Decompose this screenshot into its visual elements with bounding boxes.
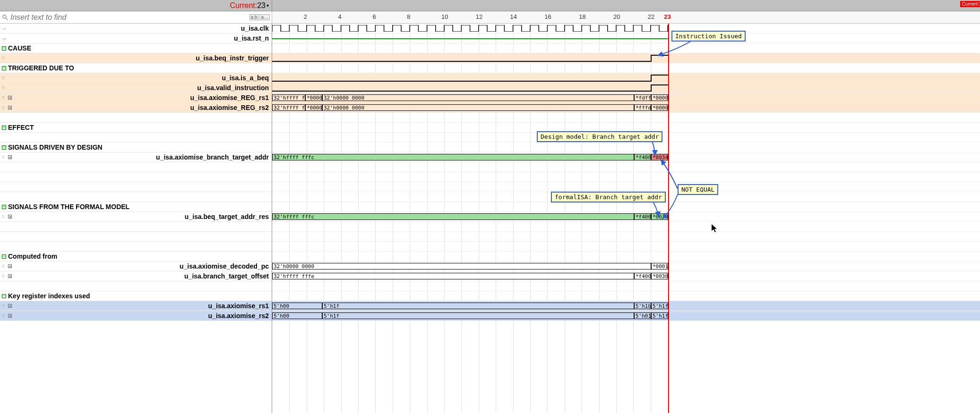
signal-name[interactable]: u_isa.valid_instruction (16, 84, 272, 92)
goto-driver-icon: → (2, 36, 7, 41)
wave-row[interactable] (272, 63, 980, 73)
signal-name[interactable]: u_isa.is_a_beq (16, 74, 272, 82)
spacer-row (0, 192, 272, 202)
bus-value: *0001 (651, 263, 668, 270)
expand-bus-icon[interactable] (8, 264, 12, 268)
signal-group-row[interactable]: Computed from (0, 252, 272, 261)
annotation-design-model: Design model: Branch target addr (537, 131, 662, 142)
current-time-display[interactable]: Current: 23 ▾ (0, 0, 272, 11)
waveform-column[interactable]: 32'hffff_ffff*000032'h0000_0000*fdff*000… (272, 24, 980, 413)
signal-row[interactable]: ⎍u_isa.beq_instr_trigger (0, 53, 272, 63)
wave-row[interactable] (272, 83, 980, 93)
signal-group-row[interactable]: TRIGGERED DUE TO (0, 63, 272, 73)
wave-row[interactable] (272, 242, 980, 252)
wave-row[interactable]: 32'h0000_0000*0001 (272, 261, 980, 271)
collapse-group-icon[interactable] (2, 46, 6, 51)
bus-value: *0000 (305, 104, 322, 111)
signal-name[interactable]: u_isa.axiomise_REG_rs1 (16, 94, 272, 101)
spacer-row (0, 172, 272, 182)
expand-bus-icon[interactable] (8, 155, 12, 159)
wave-row[interactable]: 32'hffff_fffc*f400*0034 (272, 152, 980, 162)
bus-value: *f400 (634, 213, 651, 220)
wave-row[interactable] (272, 281, 980, 291)
wave-row[interactable]: 32'hffff_ffff*000032'h0000_0000*fdff*000… (272, 93, 980, 103)
signal-name[interactable]: u_isa.axiomise_rs2 (16, 312, 272, 320)
signal-row[interactable]: ⎍u_isa.axiomise_REG_rs1 (0, 93, 272, 103)
signal-name[interactable]: u_isa.axiomise_rs1 (16, 302, 272, 310)
wave-row[interactable] (272, 73, 980, 83)
wave-row[interactable] (272, 222, 980, 232)
search-input[interactable] (10, 13, 248, 22)
signal-name[interactable]: u_isa.axiomise_REG_rs2 (16, 104, 272, 111)
signal-row[interactable]: ⎍u_isa.axiomise_branch_target_addr (0, 152, 272, 162)
collapse-group-icon[interactable] (2, 205, 6, 209)
wave-row[interactable] (272, 202, 980, 212)
expand-bus-icon[interactable] (8, 106, 12, 110)
cursor-line[interactable] (668, 24, 669, 413)
expand-bus-icon[interactable] (8, 314, 12, 318)
wave-row[interactable] (272, 172, 980, 182)
chevron-down-icon[interactable]: ▾ (266, 3, 269, 8)
signal-name[interactable]: u_isa.axiomise_decoded_pc (16, 262, 272, 270)
current-cursor-flag[interactable]: Current:23 (960, 1, 980, 7)
signal-name[interactable]: u_isa.beq_target_addr_res (16, 213, 272, 220)
wave-row[interactable] (272, 182, 980, 192)
wave-row[interactable] (272, 24, 980, 34)
collapse-group-icon[interactable] (2, 294, 6, 298)
collapse-group-icon[interactable] (2, 66, 6, 70)
wave-row[interactable]: 5'h005'h1f5'h015'h1f (272, 311, 980, 321)
signal-group-row[interactable]: SIGNALS FROM THE FORMAL MODEL (0, 202, 272, 212)
bus-value: 32'hffff_fffc (272, 213, 634, 220)
search-opt-regex[interactable]: a.b (249, 14, 259, 20)
expand-bus-icon[interactable] (8, 274, 12, 278)
signal-row[interactable]: ⎍u_isa.is_a_beq (0, 73, 272, 83)
signal-name[interactable]: u_isa.beq_instr_trigger (16, 54, 272, 62)
signal-row[interactable]: ⎍u_isa.valid_instruction (0, 83, 272, 93)
wave-row[interactable] (272, 53, 980, 63)
signal-row[interactable]: ⎍u_isa.axiomise_decoded_pc (0, 261, 272, 271)
wave-row[interactable] (272, 143, 980, 152)
signal-name[interactable]: u_isa.axiomise_branch_target_addr (16, 153, 272, 161)
ruler-tick: 8 (407, 13, 410, 20)
signal-row[interactable]: ⎍u_isa.axiomise_rs1 (0, 301, 272, 311)
wave-row[interactable] (272, 252, 980, 261)
signal-group-row[interactable]: EFFECT (0, 123, 272, 133)
search-opt-wildcard[interactable]: a… (259, 14, 270, 20)
signal-group-row[interactable]: CAUSE (0, 43, 272, 53)
annotation-instruction-issued: Instruction Issued (671, 31, 746, 42)
signal-name[interactable]: u_isa.clk (16, 25, 272, 32)
signal-group-row[interactable]: Key register indexes used (0, 291, 272, 301)
wave-row[interactable] (272, 232, 980, 242)
signal-row[interactable]: ⎍u_isa.beq_target_addr_res (0, 212, 272, 222)
signal-row[interactable]: →u_isa.clk (0, 24, 272, 34)
wave-row[interactable] (272, 113, 980, 123)
wave-row[interactable] (272, 34, 980, 43)
collapse-group-icon[interactable] (2, 254, 6, 259)
bus-value: *0000 (651, 104, 668, 111)
wave-row[interactable] (272, 43, 980, 53)
bus-value: 32'h0000_0000 (322, 104, 634, 111)
ruler-tick: 10 (441, 13, 448, 20)
bus-value: 32'hffff_fffe (272, 273, 634, 279)
signal-row[interactable]: ⎍u_isa.axiomise_rs2 (0, 311, 272, 321)
signal-name[interactable]: u_isa.branch_target_offset (16, 272, 272, 280)
wave-row[interactable]: 32'hffff_fffe*f400*0030 (272, 271, 980, 281)
wave-row[interactable] (272, 291, 980, 301)
collapse-group-icon[interactable] (2, 145, 6, 150)
expand-bus-icon[interactable] (8, 215, 12, 219)
signal-names-column[interactable]: →u_isa.clk→u_isa.rst_nCAUSE⎍u_isa.beq_in… (0, 24, 272, 413)
expand-bus-icon[interactable] (8, 304, 12, 308)
wave-row[interactable]: 32'hffff_fffc*f400*0030 (272, 212, 980, 222)
wave-row[interactable]: 5'h005'h1f5'h1b5'h1f (272, 301, 980, 311)
signal-row[interactable]: ⎍u_isa.axiomise_REG_rs2 (0, 103, 272, 113)
wave-row[interactable] (272, 162, 980, 172)
signal-name[interactable]: u_isa.rst_n (16, 34, 272, 42)
time-ruler[interactable]: 24681012141618202223 (272, 11, 980, 23)
wave-icon: ⎍ (2, 95, 7, 100)
expand-bus-icon[interactable] (8, 96, 12, 100)
signal-row[interactable]: ⎍u_isa.branch_target_offset (0, 271, 272, 281)
signal-row[interactable]: →u_isa.rst_n (0, 34, 272, 43)
signal-group-row[interactable]: SIGNALS DRIVEN BY DESIGN (0, 143, 272, 152)
collapse-group-icon[interactable] (2, 126, 6, 130)
wave-row[interactable]: 32'hffff_ffff*000032'h0000_0000*fffd*000… (272, 103, 980, 113)
